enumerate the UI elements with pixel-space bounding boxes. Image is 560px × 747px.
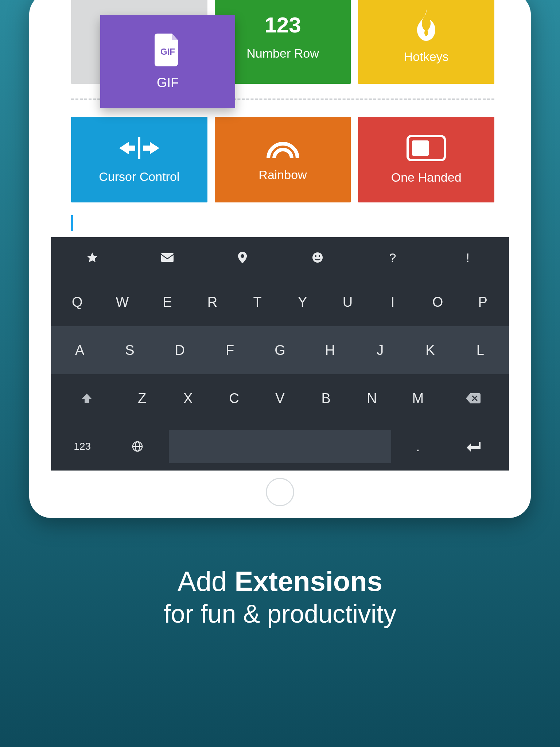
key-l[interactable]: L <box>455 326 505 374</box>
key-s[interactable]: S <box>105 326 155 374</box>
key-p[interactable]: P <box>460 278 505 326</box>
pin-icon <box>238 252 247 263</box>
keyboard-row-bottom: 123 . <box>51 422 509 471</box>
rainbow-icon <box>265 137 300 159</box>
backspace-icon <box>466 393 481 403</box>
text-input-strip[interactable] <box>51 208 509 237</box>
device-frame: 123 Number Row Hotkeys Cursor Control <box>29 0 531 518</box>
cursor-arrows-icon <box>119 135 159 161</box>
key-v[interactable]: V <box>257 374 303 422</box>
number-row-big-text: 123 <box>264 12 301 38</box>
key-h[interactable]: H <box>305 326 355 374</box>
key-m[interactable]: M <box>395 374 441 422</box>
globe-icon <box>132 441 143 452</box>
text-cursor <box>71 215 73 231</box>
key-z[interactable]: Z <box>119 374 165 422</box>
key-k[interactable]: K <box>405 326 455 374</box>
key-g[interactable]: G <box>255 326 305 374</box>
key-shift[interactable] <box>55 374 119 422</box>
key-space[interactable] <box>165 422 395 471</box>
spacebar <box>169 430 392 463</box>
tile-label: Cursor Control <box>99 170 179 184</box>
svg-point-9 <box>241 254 244 258</box>
tile-label: GIF <box>157 75 179 90</box>
svg-rect-2 <box>412 140 429 156</box>
keyboard-row-a: A S D F G H J K L <box>51 326 509 374</box>
keyboard-shortcut-row: ? ! <box>51 237 509 278</box>
tile-rainbow[interactable]: Rainbow <box>215 117 351 202</box>
svg-point-10 <box>312 252 323 263</box>
enter-icon <box>466 441 481 452</box>
key-r[interactable]: R <box>190 278 235 326</box>
key-a[interactable]: A <box>55 326 105 374</box>
svg-point-12 <box>319 255 320 257</box>
tile-one-handed[interactable]: One Handed <box>358 117 494 202</box>
shift-icon <box>81 393 92 404</box>
key-x[interactable]: X <box>165 374 211 422</box>
key-backspace[interactable] <box>441 374 505 422</box>
tile-hotkeys[interactable]: Hotkeys <box>358 0 494 84</box>
smile-icon <box>312 252 323 263</box>
key-t[interactable]: T <box>235 278 280 326</box>
marketing-caption: Add Extensions for fun & productivity <box>0 565 560 628</box>
one-handed-icon <box>406 135 446 162</box>
svg-point-11 <box>315 255 316 257</box>
shortcut-star[interactable] <box>55 237 130 278</box>
key-j[interactable]: J <box>355 326 405 374</box>
key-w[interactable]: W <box>100 278 145 326</box>
keyboard-row-z: Z X C V B N M <box>51 374 509 422</box>
shortcut-mail[interactable] <box>130 237 205 278</box>
keyboard: ? ! Q W E R T Y U I O P A S D F G <box>51 237 509 471</box>
keyboard-row-q: Q W E R T Y U I O P <box>51 278 509 326</box>
shortcut-location[interactable] <box>205 237 280 278</box>
svg-rect-8 <box>161 253 174 262</box>
key-enter[interactable] <box>441 422 505 471</box>
key-period[interactable]: . <box>395 422 441 471</box>
home-button[interactable] <box>266 478 294 506</box>
key-u[interactable]: U <box>325 278 370 326</box>
flame-icon <box>413 9 439 41</box>
key-globe[interactable] <box>110 422 165 471</box>
tile-label: Number Row <box>246 46 319 61</box>
key-d[interactable]: D <box>155 326 205 374</box>
svg-rect-0 <box>138 137 140 159</box>
gif-file-icon: GIF <box>155 34 181 66</box>
tile-cursor-control[interactable]: Cursor Control <box>71 117 207 202</box>
key-o[interactable]: O <box>415 278 460 326</box>
key-c[interactable]: C <box>211 374 257 422</box>
shortcut-emoji[interactable] <box>280 237 355 278</box>
tile-label: Hotkeys <box>404 50 449 64</box>
key-b[interactable]: B <box>303 374 349 422</box>
key-123[interactable]: 123 <box>55 422 110 471</box>
shortcut-exclaim[interactable]: ! <box>430 237 505 278</box>
key-i[interactable]: I <box>370 278 415 326</box>
key-y[interactable]: Y <box>280 278 325 326</box>
mail-icon <box>161 253 174 262</box>
screen: 123 Number Row Hotkeys Cursor Control <box>51 0 509 471</box>
tile-label: One Handed <box>391 170 462 185</box>
tile-gif-dragging[interactable]: GIF GIF <box>100 15 235 108</box>
key-f[interactable]: F <box>205 326 255 374</box>
star-icon <box>87 252 98 263</box>
key-q[interactable]: Q <box>55 278 100 326</box>
key-e[interactable]: E <box>145 278 190 326</box>
svg-text:GIF: GIF <box>160 47 175 57</box>
tile-label: Rainbow <box>258 168 307 182</box>
key-n[interactable]: N <box>349 374 395 422</box>
shortcut-question[interactable]: ? <box>355 237 430 278</box>
